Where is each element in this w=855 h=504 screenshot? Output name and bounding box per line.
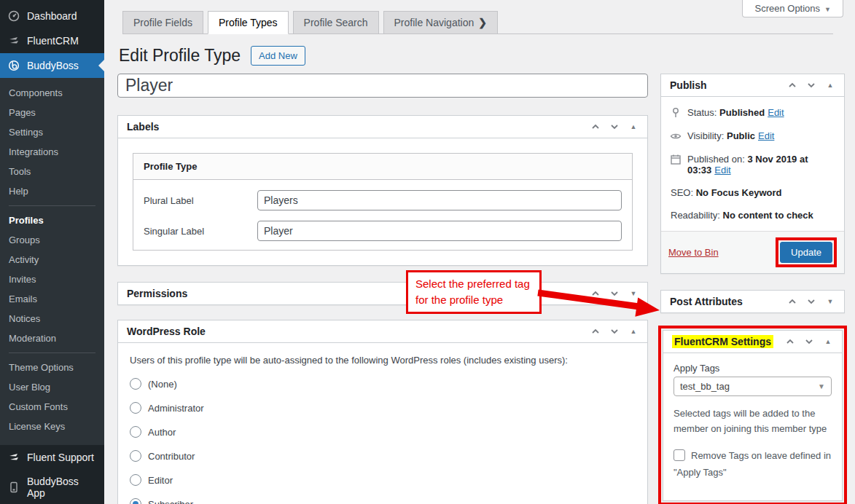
- annotation-line2: for the profile type: [415, 292, 532, 308]
- sidebar-item-groups[interactable]: Groups: [0, 230, 104, 250]
- radio-label: (None): [148, 379, 177, 390]
- status-value: Published: [719, 107, 765, 118]
- sidebar-item-pages[interactable]: Pages: [0, 103, 104, 122]
- edit-status-link[interactable]: Edit: [768, 107, 784, 118]
- readability-label: Readability:: [671, 210, 720, 221]
- collapse-toggle-icon[interactable]: ▲: [825, 82, 835, 89]
- radio-icon[interactable]: [130, 474, 141, 486]
- move-up-icon[interactable]: [590, 122, 601, 132]
- move-down-icon[interactable]: [804, 336, 814, 347]
- post-attributes-metabox-header[interactable]: Post Attributes ▼: [661, 291, 844, 312]
- move-down-icon[interactable]: [806, 296, 816, 307]
- move-up-icon[interactable]: [787, 80, 797, 90]
- collapse-toggle-icon[interactable]: ▲: [823, 338, 833, 345]
- buddyboss-icon: [7, 59, 20, 72]
- sidebar-item-label: BuddyBoss App: [27, 476, 97, 499]
- tab-profile-fields[interactable]: Profile Fields: [122, 11, 203, 34]
- checkbox-label: Remove Tags on leave defined in "Apply T…: [674, 450, 831, 478]
- singular-label: Singular Label: [144, 226, 257, 237]
- radio-icon[interactable]: [130, 426, 141, 438]
- labels-metabox-header[interactable]: Labels ▲: [118, 116, 647, 138]
- radio-icon[interactable]: [130, 450, 141, 462]
- sidebar-item-notices[interactable]: Notices: [0, 309, 104, 328]
- update-button[interactable]: Update: [780, 242, 832, 263]
- sidebar-item-components[interactable]: Components: [0, 83, 104, 103]
- metabox-title: WordPress Role: [127, 326, 590, 337]
- move-up-icon[interactable]: [590, 288, 601, 299]
- profile-type-panel: Profile Type Plural Label Singular Label: [133, 153, 633, 251]
- move-down-icon[interactable]: [609, 288, 620, 299]
- readability-value: No content to check: [723, 210, 813, 221]
- role-option-contributor[interactable]: Contributor: [130, 450, 636, 462]
- publish-metabox-header[interactable]: Publish ▲: [661, 74, 844, 97]
- seo-value: No Focus Keyword: [696, 187, 782, 198]
- apply-tags-select[interactable]: test_bb_tag ▼: [674, 377, 832, 396]
- eye-icon: [670, 130, 682, 142]
- sidebar-item-fluent-support[interactable]: Fluent Support: [0, 445, 104, 470]
- sidebar-item-fluentcrm[interactable]: FluentCRM: [0, 28, 104, 53]
- sidebar-item-label: Dashboard: [27, 10, 77, 22]
- sidebar-item-custom-fonts[interactable]: Custom Fonts: [0, 397, 104, 417]
- chevron-down-icon: ▼: [818, 382, 825, 390]
- role-option-administrator[interactable]: Administrator: [130, 402, 636, 414]
- edit-published-link[interactable]: Edit: [714, 165, 730, 176]
- sidebar-item-user-blog[interactable]: User Blog: [0, 377, 104, 397]
- wordpress-role-metabox-header[interactable]: WordPress Role ▲: [118, 320, 647, 343]
- role-option-none[interactable]: (None): [130, 378, 636, 390]
- sidebar-item-license-keys[interactable]: License Keys: [0, 417, 104, 436]
- radio-checked-icon[interactable]: [130, 498, 141, 504]
- sidebar-item-profiles[interactable]: Profiles: [0, 210, 104, 230]
- sidebar-item-theme-options[interactable]: Theme Options: [0, 358, 104, 377]
- checkbox-icon[interactable]: [674, 449, 685, 461]
- move-down-icon[interactable]: [609, 122, 620, 132]
- role-option-author[interactable]: Author: [130, 426, 636, 438]
- sidebar-item-help[interactable]: Help: [0, 181, 104, 201]
- sidebar-item-dashboard[interactable]: Dashboard: [0, 4, 104, 28]
- tab-profile-search[interactable]: Profile Search: [293, 11, 379, 34]
- fluentcrm-metabox-header[interactable]: FluentCRM Settings ▲: [663, 331, 842, 353]
- collapse-toggle-icon[interactable]: ▲: [628, 123, 639, 130]
- sidebar-item-settings[interactable]: Settings: [0, 122, 104, 142]
- sidebar-item-activity[interactable]: Activity: [0, 250, 104, 269]
- collapse-toggle-icon[interactable]: ▲: [628, 328, 639, 335]
- readability-row: Readability: No content to check: [671, 210, 835, 221]
- move-to-bin-link[interactable]: Move to Bin: [668, 247, 719, 258]
- seo-label: SEO:: [671, 187, 693, 198]
- add-new-button[interactable]: Add New: [251, 46, 305, 66]
- buddyboss-submenu: Components Pages Settings Integrations T…: [0, 78, 104, 445]
- edit-visibility-link[interactable]: Edit: [758, 130, 774, 141]
- sidebar-item-buddyboss-app[interactable]: BuddyBoss App: [0, 470, 104, 504]
- radio-label: Contributor: [148, 451, 195, 462]
- tab-profile-types[interactable]: Profile Types: [208, 11, 289, 34]
- role-option-editor[interactable]: Editor: [130, 474, 636, 486]
- radio-icon[interactable]: [130, 402, 141, 414]
- profile-type-title-input[interactable]: [117, 74, 648, 98]
- radio-icon[interactable]: [130, 378, 141, 390]
- plural-label-input[interactable]: [257, 190, 622, 210]
- permissions-metabox-header[interactable]: Permissions ▼: [118, 283, 647, 304]
- sidebar-item-tools[interactable]: Tools: [0, 162, 104, 181]
- sidebar-item-buddyboss[interactable]: BuddyBoss: [0, 53, 104, 78]
- sidebar-item-integrations[interactable]: Integrations: [0, 142, 104, 162]
- move-up-icon[interactable]: [785, 336, 795, 347]
- sidebar-item-moderation[interactable]: Moderation: [0, 328, 104, 348]
- expand-toggle-icon[interactable]: ▼: [628, 290, 639, 297]
- fluentcrm-settings-metabox: FluentCRM Settings ▲ Apply Tags test_bb_…: [663, 330, 843, 501]
- admin-content: Screen Options▼ Profile Fields Profile T…: [104, 0, 855, 504]
- singular-label-input[interactable]: [257, 221, 622, 241]
- sidebar-item-invites[interactable]: Invites: [0, 269, 104, 289]
- fluent-support-icon: [7, 451, 20, 464]
- metabox-title-highlighted: FluentCRM Settings: [672, 335, 773, 348]
- remove-tags-option[interactable]: Remove Tags on leave defined in "Apply T…: [674, 447, 832, 481]
- screen-options-label: Screen Options: [754, 3, 820, 14]
- sidebar-item-emails[interactable]: Emails: [0, 289, 104, 309]
- tab-profile-navigation[interactable]: Profile Navigation❯: [383, 11, 498, 34]
- move-down-icon[interactable]: [806, 80, 816, 90]
- screen-options-button[interactable]: Screen Options▼: [742, 0, 843, 17]
- move-down-icon[interactable]: [609, 326, 620, 336]
- move-up-icon[interactable]: [590, 326, 601, 336]
- move-up-icon[interactable]: [787, 296, 797, 307]
- expand-toggle-icon[interactable]: ▼: [825, 298, 835, 305]
- visibility-value: Public: [727, 130, 755, 141]
- role-option-subscriber[interactable]: Subscriber: [130, 498, 636, 504]
